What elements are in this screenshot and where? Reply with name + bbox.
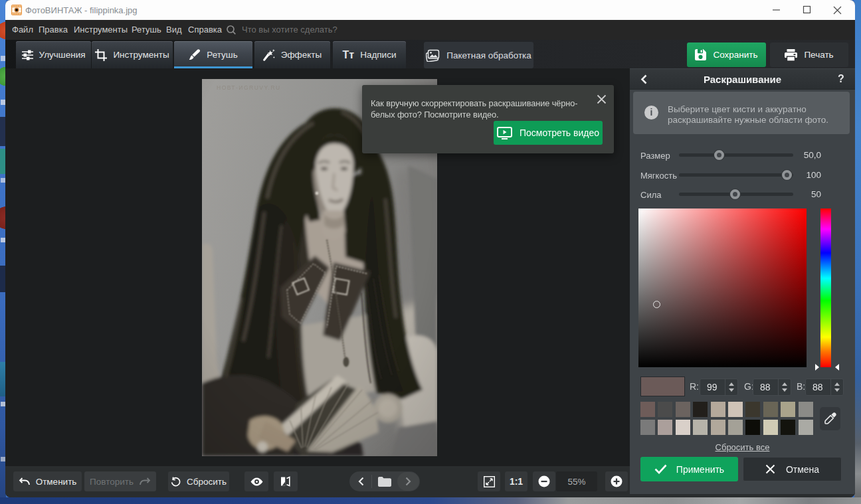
svg-text:НОВТ-ИGRUVY.RU: НОВТ-ИGRUVY.RU — [217, 84, 281, 91]
